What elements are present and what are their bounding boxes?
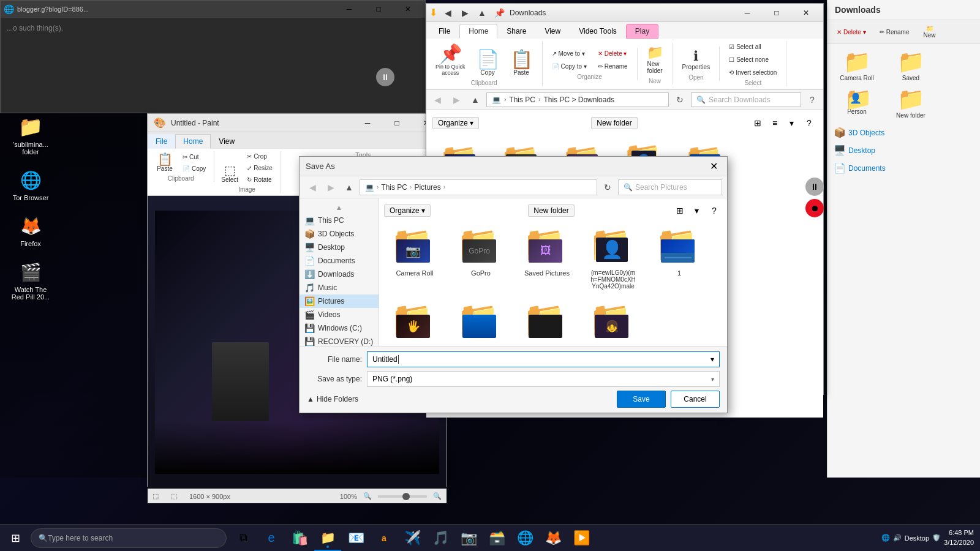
dialog-help[interactable]: ? [706, 203, 722, 218]
dialog-close-btn[interactable]: ✕ [706, 159, 721, 174]
exp-refresh[interactable]: ↻ [672, 92, 688, 108]
dialog-nav-forward[interactable]: ▶ [323, 179, 339, 195]
paint-tab-file[interactable]: File [148, 134, 175, 149]
dialog-folder-camera-roll[interactable]: 📁 📷 Camera Roll [384, 223, 445, 293]
taskbar-app-firefox[interactable]: 🦊 [540, 525, 567, 551]
desktop-icon-sublimina-folder[interactable]: 📁 'sublimina... folder [6, 111, 55, 159]
zoom-in-icon[interactable]: 🔍 [433, 492, 442, 500]
exp-help[interactable]: ? [804, 92, 820, 108]
exp-delete[interactable]: ✕Delete ▾ [594, 48, 632, 59]
dialog-sidebar-windowsc[interactable]: 💾 Windows (C:) [300, 321, 379, 335]
explorer-maximize[interactable]: □ [763, 4, 791, 22]
dp-file-2[interactable]: 📁 Saved [886, 49, 935, 81]
taskbar-app-trip[interactable]: ✈️ [399, 525, 426, 551]
explorer-view-details[interactable]: ▾ [784, 116, 800, 130]
exp-tab-file[interactable]: File [429, 24, 459, 39]
dialog-filename-input[interactable]: Untitled ▾ [367, 351, 720, 367]
taskbar-app-office[interactable]: 🗃️ [483, 525, 510, 551]
dp-rename-btn[interactable]: ✏Rename [875, 23, 914, 41]
paint-copy-btn[interactable]: 📄Copy [179, 163, 209, 174]
taskbar-app-tor[interactable]: 🌐 [511, 525, 538, 551]
dialog-folder-7[interactable]: 📁 🖐 7 [384, 298, 445, 346]
dialog-folder-kali[interactable]: 📁 kali kali b... [516, 298, 578, 346]
taskbar-app-explorer[interactable]: 📁 [314, 525, 341, 551]
dp-desktop[interactable]: 🖥️Desktop [827, 141, 980, 159]
dp-new-btn[interactable]: 📁New [919, 23, 941, 41]
exp-tab-play[interactable]: Play [626, 24, 658, 39]
dialog-sidebar-recoveryd[interactable]: 💾 RECOVERY (D:) [300, 335, 379, 346]
dialog-folder-gopro[interactable]: 📁 GoPro GoPro [450, 223, 511, 293]
explorer-minimize[interactable]: ─ [733, 4, 761, 22]
exp-nav-back[interactable]: ◀ [429, 92, 445, 108]
dialog-view-large[interactable]: ⊞ [672, 203, 688, 218]
taskbar-app-camera[interactable]: 📷 [455, 525, 482, 551]
desktop-icon-watchfilm[interactable]: 🎬 Watch The Red Pill 20... [6, 257, 55, 304]
exp-invert-selection[interactable]: ⟲Invert selection [725, 67, 781, 78]
start-button[interactable]: ⊞ [0, 525, 31, 551]
exp-nav-forward[interactable]: ▶ [448, 92, 464, 108]
dialog-new-folder-btn[interactable]: New folder [528, 204, 574, 217]
dp-file-4[interactable]: 📁 New folder [886, 86, 935, 119]
taskbar-app-edge[interactable]: e [258, 525, 285, 551]
explorer-help[interactable]: ? [801, 116, 817, 130]
explorer-view-large-icons[interactable]: ⊞ [750, 116, 766, 130]
dp-file-person[interactable]: 📁 👤 Person [832, 86, 881, 119]
paint-tab-view[interactable]: View [211, 134, 243, 149]
dialog-folder-c10[interactable]: 📁 C10 [450, 298, 511, 346]
taskbar-app-mail[interactable]: 📧 [342, 525, 369, 551]
exp-pin-quick-access[interactable]: 📌 Pin to Quickaccess [431, 41, 470, 78]
paint-cut-btn[interactable]: ✂Cut [179, 152, 209, 162]
taskbar-app-store[interactable]: 🛍️ [286, 525, 313, 551]
explorer-new-folder-btn[interactable]: New folder [591, 117, 637, 129]
exp-properties[interactable]: ℹ Properties [678, 47, 715, 73]
dialog-sidebar-videos[interactable]: 🎬 Videos [300, 308, 379, 321]
paint-maximize[interactable]: □ [383, 114, 411, 132]
taskbar-app-taskview[interactable]: ⧉ [230, 525, 257, 551]
dialog-sidebar-pictures[interactable]: 🖼️ Pictures [300, 294, 379, 308]
paint-resize-btn[interactable]: ⤢Resize [244, 163, 276, 173]
exp-select-none[interactable]: ☐Select none [725, 54, 781, 66]
exp-tab-view[interactable]: View [535, 24, 570, 39]
dialog-sidebar-thispc[interactable]: 💻 This PC [300, 214, 379, 227]
paint-select-btn[interactable]: ⬚ Select [218, 162, 241, 185]
dialog-saveastype-select[interactable]: PNG (*.png) ▾ [367, 371, 720, 387]
taskbar-clock[interactable]: 6:48 PM 3/12/2020 [944, 528, 974, 547]
dialog-addr-pictures[interactable]: Pictures [414, 183, 440, 192]
exp-nav-up[interactable]: ▲ [467, 92, 483, 108]
exp-copy-to[interactable]: 📄Copy to ▾ [548, 61, 591, 72]
taskbar-app-amazon[interactable]: a [371, 525, 398, 551]
desktop-icon-firefox[interactable]: 🦊 Firefox [6, 211, 55, 250]
dialog-refresh[interactable]: ↻ [600, 179, 616, 195]
taskbar-search[interactable]: 🔍 Type here to search [31, 528, 227, 548]
exp-move-to[interactable]: ↗Move to ▾ [548, 48, 591, 59]
paint-paste-btn[interactable]: 📋 Paste [153, 151, 177, 174]
browser-minimize[interactable]: ─ [335, 0, 363, 18]
explorer-address-path[interactable]: 💻 › This PC › This PC > Downloads [486, 92, 669, 107]
dialog-addr-thispc[interactable]: This PC [381, 183, 407, 192]
paint-minimize[interactable]: ─ [353, 114, 382, 132]
exp-new-folder[interactable]: 📁 Newfolder [643, 43, 668, 76]
dialog-folder-1[interactable]: 📁 1 [649, 223, 710, 293]
explorer-view-list[interactable]: ≡ [767, 116, 783, 130]
browser-close[interactable]: ✕ [394, 0, 422, 18]
dialog-scroll-up[interactable]: ▲ [300, 201, 379, 214]
dialog-cancel-btn[interactable]: Cancel [671, 391, 720, 408]
dp-documents[interactable]: 📄Documents [827, 159, 980, 177]
desktop-icon-tor[interactable]: 🌐 Tor Browser [6, 165, 55, 204]
dp-delete-btn[interactable]: ✕Delete ▾ [832, 23, 870, 41]
dialog-organize-btn[interactable]: Organize ▾ [384, 204, 431, 217]
dialog-folder-person[interactable]: 📁 👤 (m=ewILG0y)(mh=FMNOM0cXHYnQa42O)male [582, 223, 644, 293]
dialog-sidebar-music[interactable]: 🎵 Music [300, 281, 379, 294]
media-pause-btn[interactable]: ⏸ [805, 178, 824, 196]
explorer-qab-back[interactable]: ◀ [440, 6, 455, 20]
paint-rotate-btn[interactable]: ↻Rotate [244, 174, 276, 185]
dialog-sidebar-desktop[interactable]: 🖥️ Desktop [300, 241, 379, 254]
dp-file-1[interactable]: 📁 Camera Roll [832, 49, 881, 81]
explorer-search[interactable]: 🔍 Search Downloads [691, 92, 801, 107]
address-thispc[interactable]: This PC [509, 96, 535, 104]
taskbar-app-media[interactable]: ▶️ [568, 525, 595, 551]
dialog-sidebar-downloads[interactable]: ⬇️ Downloads [300, 268, 379, 281]
dialog-search[interactable]: 🔍 Search Pictures [618, 179, 722, 195]
taskbar-desktop-label[interactable]: Desktop [905, 534, 929, 542]
exp-copy-btn[interactable]: 📄 Copy [472, 47, 503, 78]
